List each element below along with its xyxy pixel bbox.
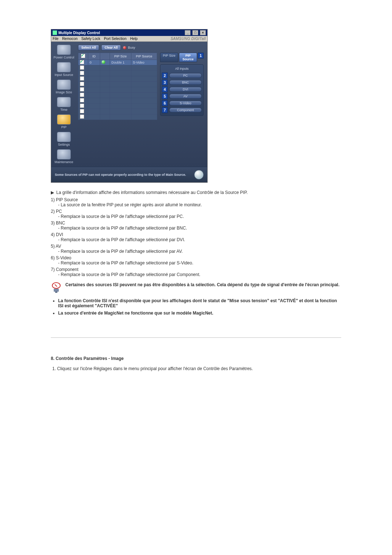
menu-port-selection[interactable]: Port Selection [104, 37, 126, 41]
doc-item: 6) S-Video- Remplace la source de la PIP… [51, 255, 341, 266]
menu-help[interactable]: Help [130, 37, 138, 41]
row-checkbox[interactable] [80, 82, 84, 86]
doc-item-title: 7) Component [51, 267, 341, 272]
table-row[interactable] [78, 82, 157, 87]
table-row[interactable] [78, 71, 157, 76]
svg-rect-1 [54, 289, 59, 292]
row-checkbox[interactable] [80, 93, 84, 97]
divider [51, 337, 341, 338]
cell-id [88, 71, 100, 76]
busy-dot-icon [123, 46, 126, 49]
cell-id [88, 65, 100, 71]
sidebar-item-label: Settings [53, 143, 74, 146]
cell-pip-size [110, 76, 131, 82]
cell-pip-source [131, 98, 157, 104]
input-button-component[interactable]: Component [169, 108, 202, 113]
input-button-pc[interactable]: PC [169, 73, 202, 78]
cell-pip-size [110, 109, 131, 114]
input-row-pc: 2PC [162, 73, 202, 78]
section-step: 1. Cliquez sur l'icône Réglages dans le … [52, 366, 341, 371]
sidebar-item-time[interactable]: Time [53, 97, 74, 112]
input-row-component: 7Component [162, 107, 202, 113]
doc-item-desc: - Remplace la source de la PIP de l'affi… [58, 260, 341, 266]
table-row[interactable] [78, 98, 157, 104]
tab-pip-size[interactable]: PIP Size [160, 53, 178, 62]
table-row[interactable]: 0Double 1S-Video [78, 60, 157, 65]
input-row-dvi: 4DVI [162, 86, 202, 92]
app-window: Multiple Display Control _ □ × File Remo… [51, 29, 208, 183]
maintenance-icon [57, 149, 71, 159]
col-pip-size: PIP Size [110, 53, 131, 60]
row-checkbox[interactable] [80, 87, 84, 92]
table-row[interactable] [78, 93, 157, 98]
cell-id [88, 114, 100, 120]
cell-pip-source [131, 93, 157, 98]
sidebar-item-pip[interactable]: PIP [53, 114, 74, 129]
menu-remocon[interactable]: Remocon [62, 37, 78, 41]
cell-pip-size [110, 71, 131, 76]
input-badge: 2 [162, 73, 168, 78]
cell-pip-source [131, 71, 157, 76]
input-badge: 3 [162, 80, 168, 85]
row-checkbox[interactable] [80, 71, 84, 75]
col-pip-source: PIP Source [131, 53, 157, 60]
sidebar-item-image-size[interactable]: Image Size [53, 80, 74, 94]
row-checkbox[interactable] [80, 65, 84, 70]
tab-badge-1: 1 [198, 53, 204, 58]
minimize-button[interactable]: _ [185, 30, 191, 35]
menu-safety-lock[interactable]: Safety Lock [81, 37, 100, 41]
sidebar-item-label: Time [53, 108, 74, 112]
table-row[interactable] [78, 76, 157, 82]
cell-id [88, 104, 100, 109]
table-row[interactable] [78, 104, 157, 109]
doc-item: 2) PC- Remplace la source de la PIP de l… [51, 209, 341, 219]
row-checkbox[interactable] [80, 60, 84, 64]
row-checkbox[interactable] [80, 76, 84, 81]
menubar: File Remocon Safety Lock Port Selection … [51, 36, 207, 42]
doc-item-desc: - Remplace la source de la PIP de l'affi… [58, 249, 341, 254]
cell-pip-size [110, 114, 131, 120]
sidebar-item-power-control[interactable]: Power Control [53, 45, 74, 59]
close-button[interactable]: × [200, 30, 206, 35]
row-checkbox[interactable] [80, 109, 84, 113]
cell-pip-size: Double 1 [110, 60, 131, 65]
input-badge: 4 [162, 86, 168, 92]
settings-icon [57, 132, 71, 142]
titlebar: Multiple Display Control _ □ × [51, 29, 207, 36]
cell-pip-size [110, 82, 131, 87]
cell-pip-size [110, 98, 131, 104]
cell-pip-source [131, 109, 157, 114]
tab-pip-source[interactable]: PIP Source [179, 53, 197, 62]
row-checkbox[interactable] [80, 98, 84, 102]
input-badge: 5 [162, 93, 168, 99]
cell-id [88, 93, 100, 98]
cell-pip-source [131, 104, 157, 109]
sidebar-item-label: Image Size [53, 90, 74, 94]
select-all-button[interactable]: Select All [78, 45, 99, 50]
footer-note: Some Sources of PIP can not operate prop… [51, 167, 207, 182]
table-row[interactable] [78, 65, 157, 71]
input-row-av: 5AV [162, 93, 202, 99]
maximize-button[interactable]: □ [192, 30, 198, 35]
menu-file[interactable]: File [53, 37, 58, 41]
table-row[interactable] [78, 114, 157, 120]
input-button-av[interactable]: AV [169, 94, 202, 99]
doc-item-title: 1) PIP Source [51, 197, 341, 202]
doc-item: 5) AV- Remplace la source de la PIP de l… [51, 244, 341, 254]
sidebar-item-settings[interactable]: Settings [53, 132, 74, 146]
table-row[interactable] [78, 87, 157, 93]
row-checkbox[interactable] [80, 104, 84, 108]
display-grid: ID PIP Size PIP Source 0Double 1S-Video [78, 53, 157, 120]
table-row[interactable] [78, 109, 157, 114]
input-button-bnc[interactable]: BNC [169, 80, 202, 85]
section-title: 8. Contrôle des Paramètres - Image [51, 356, 341, 361]
doc-item-title: 3) BNC [51, 220, 341, 226]
sidebar-item-maintenance[interactable]: Maintenance [53, 149, 74, 164]
row-checkbox[interactable] [80, 114, 84, 119]
sidebar-item-input-source[interactable]: Input Source [53, 62, 74, 77]
input-button-dvi[interactable]: DVI [169, 87, 202, 92]
clear-all-button[interactable]: Clear All [101, 45, 121, 50]
input-button-s-video[interactable]: S-Video [169, 101, 202, 106]
pip-icon [57, 114, 71, 125]
header-checkbox[interactable] [81, 54, 85, 58]
